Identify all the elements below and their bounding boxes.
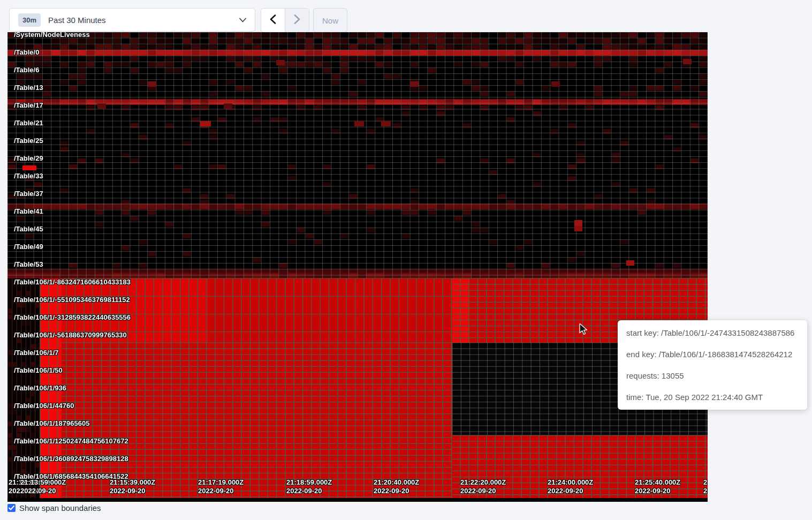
- row-label: /Table/45: [14, 225, 43, 233]
- x-tick: 21:24:00.000Z2022-09-20: [548, 478, 593, 495]
- row-label: /Table/21: [14, 119, 43, 127]
- row-label: /Table/41: [14, 207, 43, 216]
- heatmap-canvas[interactable]: [7, 32, 708, 502]
- row-label: /Table/106/1/936: [14, 384, 66, 393]
- row-label: /Table/17: [14, 101, 43, 110]
- row-label: /Table/37: [14, 190, 43, 198]
- row-label: /Table/106/1/3608924758329898128: [14, 455, 128, 463]
- row-label: /Table/106/1/7: [14, 349, 59, 357]
- prev-time-button[interactable]: [261, 9, 285, 32]
- row-label: /Table/106/1/1250247484756107672: [14, 437, 128, 446]
- span-boundaries-control: Show span boundaries: [7, 503, 101, 513]
- x-tick: 21:15:39.000Z2022-09-20: [110, 478, 155, 495]
- row-label: /System/NodeLiveness: [14, 32, 90, 39]
- time-range-badge: 30m: [18, 13, 41, 27]
- row-label: /Table/106/1/-561886370999765330: [14, 331, 127, 340]
- key-visualizer-page: 30m Past 30 Minutes Now /System/NodeLive…: [0, 0, 812, 520]
- row-label: /Table/53: [14, 260, 43, 269]
- chevron-left-icon: [270, 14, 276, 26]
- tooltip-start-key: start key: /Table/106/1/-247433150824388…: [626, 328, 799, 337]
- tooltip-requests: requests: 13055: [626, 371, 799, 380]
- x-tick: 21:25:40.000Z2022-09-20: [635, 478, 680, 495]
- chevron-down-icon: [239, 15, 246, 25]
- row-label: /Table/106/1/187965605: [14, 419, 89, 428]
- time-range-select[interactable]: 30m Past 30 Minutes: [9, 8, 255, 32]
- row-label: /Table/6: [14, 66, 39, 74]
- row-label: /Table/0: [14, 48, 39, 57]
- row-label: /Table/106/1/44760: [14, 402, 74, 410]
- row-label: /Table/29: [14, 154, 43, 163]
- row-label: /Table/33: [14, 172, 43, 180]
- row-label: /Table/106/1/-5510953463769811152: [14, 296, 130, 304]
- cell-tooltip: start key: /Table/106/1/-247433150824388…: [618, 320, 807, 410]
- key-visualizer-heatmap: /System/NodeLiveness/Table/0/Table/6/Tab…: [7, 32, 708, 502]
- time-range-label: Past 30 Minutes: [48, 16, 232, 25]
- x-tick: 21:17:19.000Z2022-09-20: [198, 478, 244, 495]
- row-label: /Table/106/1/50: [14, 366, 63, 375]
- tooltip-time: time: Tue, 20 Sep 2022 21:24:40 GMT: [626, 393, 799, 402]
- x-tick: 21:20:40.000Z2022-09-20: [374, 478, 419, 495]
- row-label: /Table/106/1/-3128593822440635556: [14, 313, 131, 322]
- tooltip-end-key: end key: /Table/106/1/-18683814745282642…: [626, 350, 799, 359]
- x-tick: 21:13:59.000Z2022-09-20: [20, 478, 66, 495]
- chevron-right-icon: [294, 14, 300, 26]
- x-tick: 21:27:20.000Z2022-09-20: [703, 478, 708, 495]
- row-label: /Table/106/1/-8632471606610433183: [14, 278, 131, 287]
- x-tick: 21:22:20.000Z2022-09-20: [460, 478, 506, 495]
- mouse-cursor-icon: [579, 323, 590, 337]
- x-tick: 21:18:59.000Z2022-09-20: [286, 478, 332, 495]
- span-boundaries-label: Show span boundaries: [19, 503, 101, 513]
- now-button[interactable]: Now: [313, 8, 347, 33]
- row-label: /Table/25: [14, 137, 43, 145]
- next-time-button[interactable]: [285, 9, 309, 32]
- span-boundaries-checkbox[interactable]: [7, 504, 16, 512]
- time-nav-group: [261, 8, 309, 33]
- row-label: /Table/49: [14, 243, 43, 251]
- row-label: /Table/13: [14, 84, 43, 92]
